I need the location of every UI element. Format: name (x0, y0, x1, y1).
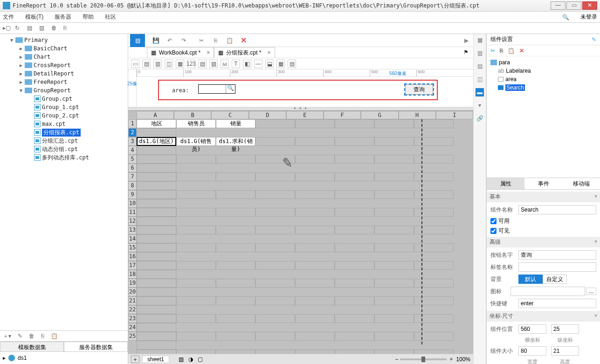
max-button[interactable]: ▭ (566, 1, 581, 10)
row-header[interactable]: 24 (128, 323, 137, 332)
cell[interactable] (137, 199, 176, 208)
cell[interactable] (295, 172, 335, 181)
rp-del-icon[interactable]: ✕ (519, 48, 524, 54)
ds-edit-icon[interactable]: ✎ (18, 333, 22, 339)
row-header[interactable]: 4 (128, 146, 137, 155)
cell[interactable] (374, 314, 414, 323)
enabled-checkbox[interactable] (490, 218, 497, 224)
save-icon[interactable]: 💾 (152, 36, 160, 45)
t2-icon[interactable]: ▤ (142, 60, 151, 68)
copy-icon[interactable]: ⎘ (63, 25, 71, 32)
cell[interactable] (374, 243, 414, 252)
cell[interactable] (295, 119, 335, 128)
cell[interactable] (137, 234, 176, 243)
refresh-icon[interactable]: ↻ (15, 25, 22, 32)
sheet-tab[interactable]: sheet1 (142, 356, 169, 363)
t13-icon[interactable]: ⬓ (265, 60, 274, 68)
cell[interactable] (137, 279, 176, 288)
cell[interactable] (374, 332, 414, 341)
row-header[interactable]: 19 (128, 279, 137, 288)
rp-copy-icon[interactable]: ⎘ (500, 48, 503, 54)
tab-server-ds[interactable]: 服务器数据集 (64, 342, 128, 352)
col-header[interactable]: G (361, 111, 398, 119)
cell[interactable] (335, 226, 374, 234)
cell[interactable] (414, 332, 454, 341)
cell[interactable] (255, 314, 295, 323)
col-header[interactable]: B (174, 111, 211, 119)
cell[interactable] (414, 279, 454, 288)
vt5-icon[interactable]: ▬ (476, 88, 484, 96)
cell[interactable] (414, 137, 454, 146)
row-header[interactable]: 21 (128, 296, 137, 305)
folder-icon[interactable]: ▥ (39, 25, 47, 32)
row-header[interactable]: 15 (128, 243, 137, 252)
cell[interactable] (374, 190, 414, 199)
mode-button[interactable]: ▤ (130, 34, 145, 47)
cell[interactable] (137, 243, 176, 252)
cell[interactable] (374, 208, 414, 217)
rp-cut-icon[interactable]: ✂ (490, 48, 495, 54)
cell[interactable] (255, 350, 295, 354)
file-tree[interactable]: ▾Primary ▸BasicChart▸Chart▸CrossReport▸D… (0, 34, 128, 330)
hotkey-input[interactable] (518, 299, 596, 308)
row-header[interactable]: 8 (128, 181, 137, 190)
cell[interactable] (295, 208, 335, 217)
tree-file[interactable]: Group_1.cpt (0, 103, 128, 111)
cell[interactable]: 销量 (216, 119, 255, 128)
cell[interactable] (216, 243, 255, 252)
cell[interactable] (137, 296, 176, 305)
cell[interactable] (295, 137, 335, 146)
cell[interactable] (137, 350, 176, 354)
cell[interactable] (216, 208, 255, 217)
cell[interactable] (255, 296, 295, 305)
cell[interactable] (295, 190, 335, 199)
cell[interactable] (295, 279, 335, 288)
pos-y-input[interactable] (551, 324, 579, 334)
cell[interactable] (137, 270, 176, 279)
zoom-in-icon[interactable]: ＋ (448, 355, 454, 363)
col-header[interactable]: D (249, 111, 286, 119)
cell[interactable] (295, 261, 335, 270)
cell[interactable] (176, 155, 216, 164)
vt3-icon[interactable]: ▤ (476, 62, 484, 70)
tree-file[interactable]: max.cpt (0, 120, 128, 128)
close-tab-icon[interactable]: × (207, 49, 210, 56)
t1-icon[interactable]: ▭ (131, 60, 139, 68)
cell[interactable] (335, 137, 374, 146)
sheet-ico2[interactable]: ◑ (188, 356, 193, 363)
cell[interactable] (295, 314, 335, 323)
cell[interactable] (295, 350, 335, 354)
grid-area[interactable]: ABCDEFGHI 123456789101112131415161718192… (128, 110, 473, 354)
parameter-pane[interactable]: 0100200300400500600 25像素 560像素 area: 🔍 查… (128, 69, 473, 107)
cell[interactable] (255, 226, 295, 234)
lookup-icon[interactable]: 🔍 (226, 85, 235, 93)
tree-folder-primary[interactable]: Primary (24, 37, 48, 43)
cell[interactable] (216, 190, 255, 199)
cell[interactable] (414, 226, 454, 234)
cell[interactable] (335, 155, 374, 164)
row-header[interactable]: 16 (128, 252, 137, 261)
tag-name-input[interactable] (518, 262, 596, 272)
row-header[interactable]: 10 (128, 199, 137, 208)
cell[interactable] (255, 243, 295, 252)
ds-add-icon[interactable]: ＋▾ (3, 332, 11, 340)
cell[interactable] (414, 296, 454, 305)
cell[interactable] (295, 332, 335, 341)
cell[interactable] (137, 341, 176, 350)
cell[interactable] (137, 146, 176, 155)
visible-checkbox[interactable] (490, 228, 497, 234)
cell[interactable] (216, 314, 255, 323)
doc-tab-1[interactable]: ▦WorkBook4.cpt *× (147, 47, 214, 58)
cell[interactable] (335, 190, 374, 199)
cell[interactable] (255, 332, 295, 341)
cell[interactable] (137, 164, 176, 172)
cell[interactable] (414, 350, 454, 354)
tree-folder[interactable]: ▸BasicChart (0, 44, 128, 53)
row-header[interactable]: 7 (128, 172, 137, 181)
row-header[interactable]: 25 (128, 332, 137, 341)
cell[interactable] (374, 261, 414, 270)
menu-community[interactable]: 社区 (105, 13, 116, 21)
t15-icon[interactable]: ▤ (288, 60, 296, 68)
cell[interactable] (137, 226, 176, 234)
dataset-item[interactable]: ▸ds1 (3, 355, 125, 361)
